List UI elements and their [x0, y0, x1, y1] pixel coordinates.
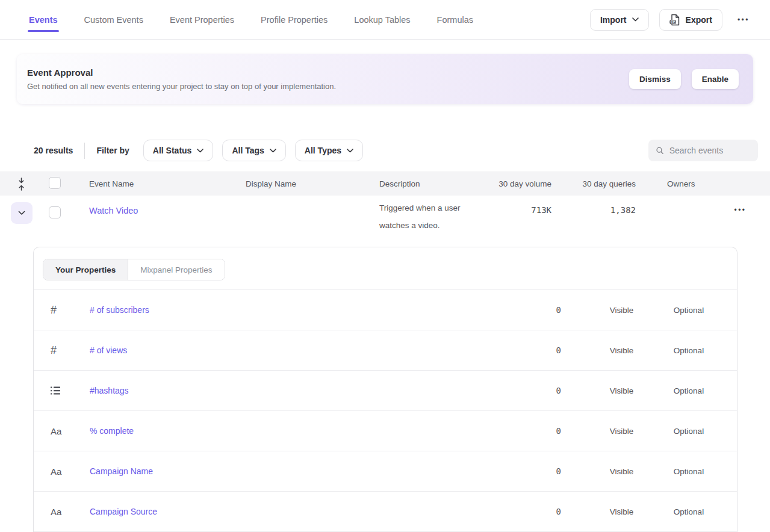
filter-dropdown-all-types[interactable]: All Types: [295, 140, 363, 161]
filter-dropdown-all-status[interactable]: All Status: [143, 140, 214, 161]
property-value: 0: [489, 386, 561, 395]
csv-file-icon: csv: [669, 14, 680, 26]
tab-custom-events[interactable]: Custom Events: [84, 1, 143, 39]
property-row: #hashtags 0 Visible Optional: [34, 371, 737, 411]
property-requirement: Optional: [653, 386, 725, 395]
tab-formulas[interactable]: Formulas: [437, 1, 473, 39]
filter-by-label: Filter by: [96, 146, 129, 155]
event-volume: 713K: [488, 196, 554, 215]
chevron-down-icon: [197, 149, 203, 153]
property-requirement: Optional: [653, 346, 725, 355]
number-type-icon: #: [51, 344, 57, 357]
more-options-button[interactable]: •••: [733, 11, 754, 28]
column-header-30-day-queries[interactable]: 30 day queries: [554, 179, 638, 188]
property-list: # # of subscribers 0 Visible Optional # …: [34, 290, 737, 532]
import-button-label: Import: [600, 15, 627, 25]
chevron-down-icon: [632, 17, 639, 22]
property-value: 0: [489, 305, 561, 315]
property-requirement: Optional: [653, 467, 725, 476]
column-header-30-day-volume[interactable]: 30 day volume: [488, 179, 554, 188]
property-visibility: Visible: [591, 507, 653, 516]
chevron-down-icon: [347, 149, 353, 153]
property-requirement: Optional: [653, 306, 725, 315]
import-button[interactable]: Import: [590, 9, 649, 31]
panel-tab-mixpanel-properties[interactable]: Mixpanel Properties: [128, 259, 224, 280]
ellipsis-icon: •••: [737, 16, 750, 24]
svg-text:csv: csv: [670, 20, 675, 23]
nav-tabs: EventsCustom EventsEvent PropertiesProfi…: [29, 1, 590, 39]
filter-dropdowns: All StatusAll TagsAll Types: [143, 140, 363, 161]
property-name-link[interactable]: #hashtags: [90, 386, 129, 395]
column-header-description[interactable]: Description: [373, 179, 488, 188]
divider: [84, 143, 85, 159]
property-requirement: Optional: [653, 427, 725, 436]
search-box[interactable]: [648, 140, 758, 161]
filter-bar: 20 results Filter by All StatusAll TagsA…: [34, 140, 758, 161]
results-count: 20 results: [34, 146, 73, 155]
row-more-options-button[interactable]: •••: [729, 202, 751, 218]
export-button[interactable]: csv Export: [659, 9, 722, 31]
ellipsis-icon: •••: [734, 206, 746, 214]
property-name-link[interactable]: Campaign Source: [90, 507, 157, 516]
panel-tabs: Your PropertiesMixpanel Properties: [43, 259, 225, 280]
tab-events[interactable]: Events: [29, 1, 58, 39]
event-description: Triggered when a user watches a video.: [373, 196, 488, 234]
dropdown-label: All Tags: [232, 146, 264, 155]
number-type-icon: #: [51, 304, 57, 317]
banner-title: Event Approval: [27, 67, 618, 78]
property-name-link[interactable]: # of subscribers: [90, 305, 149, 315]
search-icon: [656, 146, 664, 155]
filter-dropdown-all-tags[interactable]: All Tags: [222, 140, 285, 161]
enable-button[interactable]: Enable: [692, 69, 739, 89]
text-type-icon: Aa: [51, 466, 61, 477]
event-approval-banner: Event Approval Get notified on all new e…: [17, 54, 753, 104]
property-row: # # of views 0 Visible Optional: [34, 330, 737, 371]
panel-tab-your-properties[interactable]: Your Properties: [43, 259, 128, 280]
property-visibility: Visible: [591, 306, 653, 315]
dismiss-button[interactable]: Dismiss: [629, 69, 681, 89]
property-row: Aa Campaign Source 0 Visible Optional: [34, 492, 737, 532]
property-name-link[interactable]: % complete: [90, 426, 134, 436]
export-button-label: Export: [686, 15, 712, 25]
event-name-link[interactable]: Watch Video: [89, 206, 138, 215]
column-header-owners[interactable]: Owners: [638, 179, 710, 188]
text-type-icon: Aa: [51, 426, 61, 436]
property-name-link[interactable]: Campaign Name: [90, 466, 153, 476]
property-visibility: Visible: [591, 346, 653, 355]
row-checkbox[interactable]: [49, 206, 61, 218]
property-visibility: Visible: [591, 467, 653, 476]
column-header-display-name[interactable]: Display Name: [240, 179, 373, 188]
top-nav: EventsCustom EventsEvent PropertiesProfi…: [0, 0, 770, 40]
tab-profile-properties[interactable]: Profile Properties: [261, 1, 328, 39]
property-visibility: Visible: [591, 386, 653, 395]
property-row: # # of subscribers 0 Visible Optional: [34, 290, 737, 330]
property-row: Aa Campaign Name 0 Visible Optional: [34, 451, 737, 492]
banner-text: Event Approval Get notified on all new e…: [27, 67, 618, 91]
collapse-row-button[interactable]: [11, 202, 33, 224]
select-all-checkbox[interactable]: [49, 177, 61, 189]
event-row-watch-video: Watch Video Triggered when a user watche…: [0, 196, 770, 247]
property-value: 0: [489, 507, 561, 516]
chevron-down-icon: [18, 211, 25, 215]
tab-event-properties[interactable]: Event Properties: [170, 1, 234, 39]
property-requirement: Optional: [653, 507, 725, 516]
event-properties-panel: Your PropertiesMixpanel Properties # # o…: [33, 247, 737, 532]
property-value: 0: [489, 426, 561, 436]
dropdown-label: All Types: [305, 146, 341, 155]
event-queries: 1,382: [554, 196, 638, 215]
property-name-link[interactable]: # of views: [90, 345, 127, 355]
collapse-rows-icon[interactable]: [17, 177, 25, 191]
tab-lookup-tables[interactable]: Lookup Tables: [354, 1, 410, 39]
column-header-event-name[interactable]: Event Name: [83, 179, 240, 188]
panel-tabs-wrap: Your PropertiesMixpanel Properties: [34, 247, 737, 290]
search-input[interactable]: [669, 146, 751, 155]
property-row: Aa % complete 0 Visible Optional: [34, 411, 737, 451]
chevron-down-icon: [270, 149, 276, 153]
nav-actions: Import csv Export •••: [590, 9, 754, 31]
property-visibility: Visible: [591, 427, 653, 436]
dropdown-label: All Status: [153, 146, 192, 155]
property-value: 0: [489, 345, 561, 355]
text-type-icon: Aa: [51, 507, 61, 517]
table-header: Event Name Display Name Description 30 d…: [0, 172, 770, 196]
list-type-icon: [51, 386, 60, 395]
